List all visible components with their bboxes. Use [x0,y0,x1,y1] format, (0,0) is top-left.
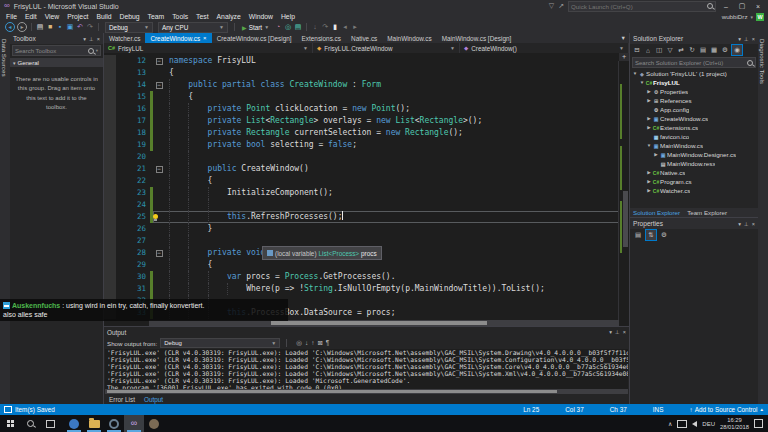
find-message-icon[interactable]: ◎ [296,339,302,347]
home-icon[interactable]: ⌂ [643,45,653,55]
taskbar-app-visual-studio[interactable]: ∞ [124,415,144,432]
editor-vertical-scrollbar[interactable] [618,61,629,320]
find-in-files-icon[interactable]: ◎ [283,22,293,32]
start-button[interactable] [0,415,20,432]
taskbar-app-browser[interactable] [64,415,84,432]
data-sources-tab[interactable]: Data Sources [1,33,8,77]
glyph-margin[interactable] [104,235,116,247]
action-center-icon[interactable] [754,419,763,428]
nest-related-files-icon[interactable]: ▤ [698,45,708,55]
application-insights-icon[interactable]: ◔ [273,22,283,32]
code-line-26[interactable]: 26} [104,223,619,235]
taskbar-app-file-explorer[interactable] [84,415,104,432]
code-line-30[interactable]: 30var procs = Process.GetProcesses(). [104,271,619,283]
glyph-margin[interactable] [104,223,116,235]
glyph-margin[interactable] [104,139,116,151]
window-position-icon[interactable]: ▾ [738,36,741,42]
undo-icon[interactable]: ↶ [75,22,85,32]
tree-item-properties[interactable]: ▶⚙Properties [630,87,758,96]
maximize-button[interactable]: ▢ [736,2,748,10]
window-position-icon[interactable]: ▾ [738,221,741,227]
project-dropdown[interactable]: C# FrisyLUL ▼ [104,43,313,53]
tree-item-watcher-cs[interactable]: ▶C#Watcher.cs [630,186,758,195]
panel-tab-team-explorer[interactable]: Team Explorer [687,209,727,216]
code-line-16[interactable]: 16private Point clickLocation = new Poin… [104,103,619,115]
close-button[interactable]: × [752,3,764,10]
switch-views-icon[interactable]: ◫ [654,45,664,55]
menu-window[interactable]: Window [245,13,277,20]
categorized-icon[interactable]: ▤ [633,230,643,240]
window-position-icon[interactable]: ▾ [609,329,612,335]
menu-help[interactable]: Help [277,13,299,20]
find-prev-icon[interactable]: ↑ [311,339,314,347]
show-all-files-icon[interactable]: ▦ [709,45,719,55]
document-list-dropdown-icon[interactable]: ▼ [618,35,629,41]
menu-debug[interactable]: Debug [116,13,144,20]
panel-tab-solution-explorer[interactable]: Solution Explorer [633,209,680,216]
output-source-dropdown[interactable]: Debug ▼ [160,338,280,348]
tree-item-createwindow-cs[interactable]: ▶▣CreateWindow.cs [630,114,758,123]
panel-tab-error-list[interactable]: Error List [109,396,135,403]
close-icon[interactable]: × [97,36,100,42]
code-line-19[interactable]: 19private bool selecting = false; [104,139,619,151]
menu-project[interactable]: Project [63,13,92,20]
menu-test[interactable]: Test [192,13,212,20]
solution-explorer-search[interactable]: Search Solution Explorer (Ctrl+ü) [632,57,756,68]
code-line-20[interactable]: 20 [104,151,619,163]
close-tab-icon[interactable]: × [203,35,207,41]
step-over-icon[interactable]: ↷ [320,22,330,32]
tree-item-favicon-ico[interactable]: ▦favicon.ico [630,132,758,141]
tree-item-solution-frisylul-1-project-[interactable]: ▼◆Solution 'FrisyLUL' (1 project) [630,69,758,78]
tree-item-mainwindow-designer-cs[interactable]: ▶▣MainWindow.Designer.cs [630,150,758,159]
toolbox-group-general[interactable]: ▾ General [10,58,103,67]
clock[interactable]: 16:29 28/01/2018 [720,417,749,430]
code-line-24[interactable]: 24 [104,199,619,211]
editor-tab-watcher-cs[interactable]: Watcher.cs [104,33,145,43]
tree-item-frisylul[interactable]: ▼C#FrisyLUL [630,78,758,87]
glyph-margin[interactable] [104,67,116,79]
new-file-icon[interactable]: ▤ [35,22,45,32]
code-line-22[interactable]: 22{ [104,175,619,187]
output-horizontal-scrollbar[interactable] [105,389,628,394]
bookmark-prev-icon[interactable]: ◂ [340,22,350,32]
glyph-margin[interactable] [104,271,116,283]
code-line-12[interactable]: 12−namespace FrisyLUL [104,55,619,67]
network-icon[interactable] [677,420,687,428]
menu-view[interactable]: View [41,13,64,20]
fold-collapse-icon[interactable]: − [156,250,163,257]
fold-collapse-icon[interactable]: − [156,58,163,65]
minimize-button[interactable]: – [720,3,732,10]
close-icon[interactable]: × [752,221,755,227]
diagnostic-tools-tab[interactable]: Diagnostic Tools [759,33,766,84]
redo-icon[interactable]: ↷ [85,22,95,32]
editor-tab-native-cs[interactable]: Native.cs [346,33,382,43]
user-dropdown-icon[interactable]: ▾ [750,14,753,20]
alphabetical-icon[interactable]: ⇅ [645,229,657,241]
glyph-margin[interactable] [104,103,116,115]
feedback-icon[interactable]: ↗ [558,2,564,10]
toolbox-search[interactable]: Search Toolbox ▾ [12,45,101,56]
user-avatar[interactable]: W [756,13,764,21]
glyph-margin[interactable] [104,115,116,127]
collapse-all-icon[interactable]: ⊟ [632,45,642,55]
pin-icon[interactable]: ⊥ [89,36,94,42]
code-line-25[interactable]: 25this.RefreshProcesses(); [104,211,619,223]
glyph-margin[interactable] [104,91,116,103]
tree-item-native-cs[interactable]: ▶C#Native.cs [630,168,758,177]
glyph-margin[interactable] [104,247,116,259]
tree-item-mainwindow-resx[interactable]: ▤MainWindow.resx [630,159,758,168]
pin-icon[interactable]: ⊥ [744,36,749,42]
signed-in-user[interactable]: wubbiDrz [722,13,748,20]
menu-tools[interactable]: Tools [168,13,192,20]
close-icon[interactable]: × [623,329,626,335]
menu-build[interactable]: Build [92,13,115,20]
glyph-margin[interactable] [104,79,116,91]
glyph-margin[interactable] [104,163,116,175]
lightbulb-icon[interactable] [153,214,158,219]
notifications-icon[interactable]: ▽ [549,2,554,10]
menu-team[interactable]: Team [144,13,169,20]
keyboard-language[interactable]: DEU [702,421,715,427]
taskbar-app-steam[interactable] [104,415,124,432]
bookmark-icon[interactable]: ▮ [330,22,340,32]
navigate-forward-icon[interactable]: ▸ [17,22,27,32]
